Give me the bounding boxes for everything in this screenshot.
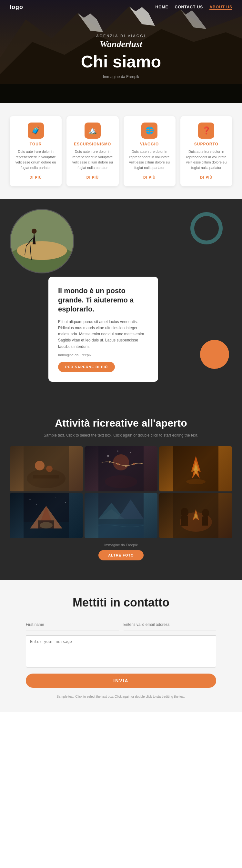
supporto-icon: ❓ [198, 123, 214, 138]
hero-title: Chi siamo [81, 52, 161, 71]
middle-section: Il mondo è un posto grande. Ti aiuteremo… [0, 199, 242, 401]
middle-heading: Il mondo è un posto grande. Ti aiuteremo… [58, 286, 148, 314]
navigation: logo HOME CONTACT US ABOUT US [0, 0, 242, 14]
hero-section: AGENZIA DI VIAGGI Wanderlust Chi siamo I… [0, 0, 242, 103]
card-supporto: ❓ SUPPORTO Duis aute irure dolor in repr… [180, 116, 232, 186]
svg-point-17 [35, 461, 44, 470]
middle-body-text: Elit ut aliquam purus sit amet luctus ve… [58, 319, 148, 350]
card-escursionismo: 🏔️ ESCURSIONISMO Duis aute irure dolor i… [66, 116, 118, 186]
svg-point-25 [117, 451, 118, 452]
svg-point-9 [17, 241, 67, 260]
middle-content-box: Il mondo è un posto grande. Ti aiuteremo… [49, 277, 158, 382]
logo: logo [10, 4, 23, 11]
svg-point-28 [125, 465, 127, 467]
card-viaggio: 🌐 VIAGGIO Duis aute irure dolor in repre… [124, 116, 176, 186]
card-tour: 🧳 TOUR Duis aute irure dolor in reprehen… [10, 116, 62, 186]
teal-circle-decoration [190, 212, 223, 244]
email-input[interactable] [124, 619, 216, 630]
photo-grid-bottom [10, 493, 232, 538]
svg-point-21 [113, 454, 129, 470]
photo-5 [85, 493, 158, 538]
svg-rect-50 [98, 524, 144, 538]
card-viaggio-link[interactable]: DI PIÙ [143, 176, 155, 179]
card-tour-link[interactable]: DI PIÙ [29, 176, 41, 179]
card-supporto-text: Duis aute irure dolor in reprehenderit i… [185, 149, 228, 170]
photo-1 [10, 446, 83, 491]
photo-grid-top [10, 446, 232, 491]
svg-rect-19 [33, 475, 59, 478]
escursionismo-icon: 🏔️ [85, 123, 101, 138]
photo-3 [159, 446, 232, 491]
photo-caption: Immagine da Freepik [10, 543, 232, 547]
first-name-input[interactable] [26, 619, 119, 630]
activities-section: Attività ricreative all'aperto Sample te… [0, 401, 242, 580]
card-viaggio-text: Duis aute irure dolor in reprehenderit i… [128, 149, 171, 170]
hero-caption: Immagine da Freepik [103, 74, 140, 79]
footer-text: Sample text. Click to select the text bo… [26, 694, 216, 699]
svg-point-23 [107, 455, 109, 457]
card-tour-title: TOUR [14, 142, 57, 146]
submit-button[interactable]: INVIA [26, 674, 216, 688]
photo-1-placeholder [10, 446, 83, 491]
contact-title: Mettiti in contatto [26, 596, 216, 610]
photo-2-placeholder [85, 446, 158, 491]
svg-point-26 [109, 461, 111, 463]
svg-point-40 [40, 522, 53, 528]
tour-icon: 🧳 [28, 123, 44, 138]
svg-point-22 [105, 475, 137, 488]
card-viaggio-title: VIAGGIO [128, 142, 171, 146]
svg-point-18 [46, 466, 53, 472]
card-supporto-link[interactable]: DI PIÙ [200, 176, 212, 179]
svg-point-44 [36, 504, 37, 505]
card-supporto-title: SUPPORTO [185, 142, 228, 146]
contact-form-row-1 [26, 619, 216, 630]
viaggio-icon: 🌐 [141, 123, 157, 138]
orange-circle-decoration [200, 340, 229, 369]
agency-label: AGENZIA DI VIAGGI [96, 34, 146, 38]
middle-caption: Immagine da Freepik [58, 353, 148, 357]
activities-title: Attività ricreative all'aperto [10, 417, 232, 429]
nav-home[interactable]: HOME [155, 5, 169, 10]
hiker-image-circle [10, 209, 74, 273]
svg-point-41 [30, 499, 31, 500]
photo-5-placeholder [85, 493, 158, 538]
cards-section: 🧳 TOUR Duis aute irure dolor in reprehen… [0, 103, 242, 199]
svg-point-27 [117, 463, 119, 465]
svg-point-12 [32, 228, 37, 234]
nav-contact[interactable]: CONTACT US [175, 5, 203, 10]
more-photos-button[interactable]: ALTRE FOTO [98, 550, 143, 560]
svg-rect-56 [202, 517, 208, 526]
nav-links: HOME CONTACT US ABOUT US [155, 5, 232, 10]
svg-point-29 [133, 463, 135, 465]
photo-6-placeholder [159, 493, 232, 538]
card-escursionismo-link[interactable]: DI PIÙ [87, 176, 99, 179]
learn-more-button[interactable]: PER SAPERNE DI PIÙ [58, 362, 115, 372]
svg-rect-54 [181, 516, 188, 526]
svg-point-42 [56, 498, 56, 498]
message-textarea[interactable] [26, 635, 216, 668]
photo-4 [10, 493, 83, 538]
contact-section: Mettiti in contatto INVIA Sample text. C… [0, 580, 242, 712]
svg-point-43 [65, 502, 66, 503]
hero-content: AGENZIA DI VIAGGI Wanderlust Chi siamo I… [0, 0, 242, 103]
svg-point-55 [202, 509, 209, 517]
photo-2 [85, 446, 158, 491]
svg-point-53 [181, 508, 188, 517]
cards-grid: 🧳 TOUR Duis aute irure dolor in reprehen… [10, 116, 232, 186]
photo-4-placeholder [10, 493, 83, 538]
photo-3-placeholder [159, 446, 232, 491]
svg-point-24 [130, 452, 131, 453]
card-escursionismo-text: Duis aute irure dolor in reprehenderit i… [71, 149, 114, 170]
photo-6 [159, 493, 232, 538]
brand-name: Wanderlust [100, 39, 142, 49]
svg-point-31 [186, 479, 206, 484]
card-tour-text: Duis aute irure dolor in reprehenderit i… [14, 149, 57, 170]
activities-subtitle: Sample text. Click to select the text bo… [10, 432, 232, 438]
nav-about[interactable]: ABOUT US [209, 5, 232, 10]
hiker-image-inner [11, 210, 73, 273]
card-escursionismo-title: ESCURSIONISMO [71, 142, 114, 146]
